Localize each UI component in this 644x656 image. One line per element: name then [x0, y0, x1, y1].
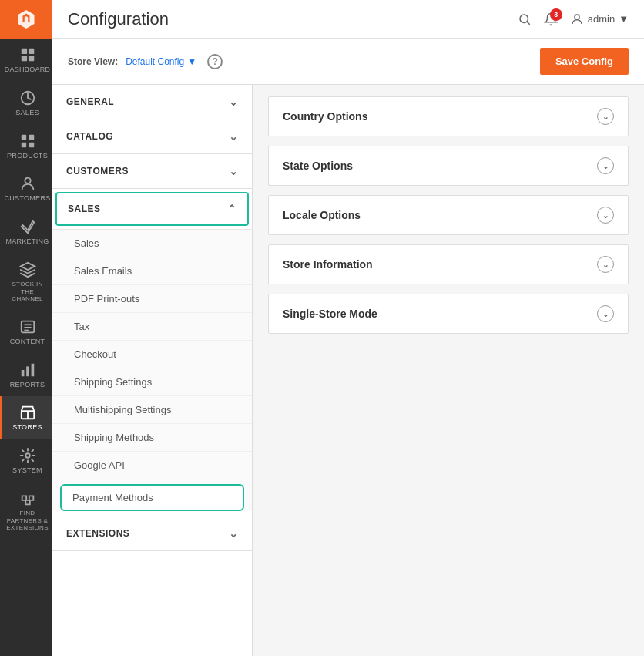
sales-label: SALES	[15, 109, 39, 117]
reports-icon	[19, 362, 36, 378]
admin-user-menu[interactable]: admin ▼	[570, 12, 629, 26]
sales-sub-item-shipping-methods[interactable]: Shipping Methods	[52, 424, 252, 452]
store-view-value: Default Config	[126, 56, 184, 67]
admin-chevron: ▼	[619, 13, 629, 25]
customers-section-header[interactable]: CUSTOMERS ⌄	[52, 154, 252, 188]
stores-icon	[19, 404, 36, 421]
sales-sub-item-multishipping[interactable]: Multishipping Settings	[52, 396, 252, 424]
country-options-toggle[interactable]: ⌄	[597, 108, 614, 125]
system-icon	[19, 447, 36, 464]
partners-label: FIND PARTNERS & EXTENSIONS	[5, 510, 49, 532]
svg-rect-16	[31, 363, 34, 376]
customers-chevron: ⌄	[229, 165, 239, 177]
svg-point-20	[520, 15, 528, 23]
sales-icon	[19, 89, 36, 106]
sidebar-item-stock[interactable]: STOCK IN THE CHANNEL	[0, 254, 52, 311]
single-store-mode-row[interactable]: Single-Store Mode ⌄	[268, 294, 629, 334]
sales-sub-items: Sales Sales Emails PDF Print-outs Tax Ch…	[52, 229, 252, 511]
store-information-toggle[interactable]: ⌄	[597, 256, 614, 273]
sales-sub-item-pdf[interactable]: PDF Print-outs	[52, 285, 252, 313]
svg-rect-15	[26, 366, 29, 376]
sales-sub-item-checkout[interactable]: Checkout	[52, 341, 252, 368]
sales-section-header[interactable]: SALES ⌃	[55, 192, 249, 226]
help-button[interactable]: ?	[207, 54, 223, 69]
store-information-label: Store Information	[283, 258, 373, 271]
locale-options-toggle[interactable]: ⌄	[597, 207, 614, 224]
sales-sub-item-google-api[interactable]: Google API	[52, 452, 252, 479]
marketing-label: MARKETING	[5, 237, 49, 246]
sidebar-navigation: DASHBOARD SALES PRODUCTS CUSTOMERS MARKE…	[0, 0, 52, 656]
store-view-select[interactable]: Default Config ▼	[126, 56, 196, 67]
panel-section-sales: SALES ⌃ Sales Sales Emails PDF Print-out…	[52, 192, 252, 516]
dashboard-icon	[19, 46, 36, 63]
state-options-row[interactable]: State Options ⌄	[268, 146, 629, 186]
stock-label: STOCK IN THE CHANNEL	[5, 281, 49, 303]
notification-button[interactable]: 3	[544, 12, 558, 26]
header-actions: 3 admin ▼	[518, 12, 629, 26]
svg-point-9	[25, 178, 30, 183]
sales-sub-item-sales[interactable]: Sales	[52, 230, 252, 257]
app-logo	[0, 0, 52, 39]
general-chevron: ⌄	[229, 96, 239, 108]
notification-badge: 3	[550, 8, 562, 21]
sidebar-item-reports[interactable]: REPORTS	[0, 354, 52, 397]
country-options-row[interactable]: Country Options ⌄	[268, 96, 629, 136]
products-label: PRODUCTS	[7, 152, 48, 160]
save-config-button[interactable]: Save Config	[540, 48, 629, 75]
extensions-section-header[interactable]: EXTENSIONS ⌄	[52, 516, 252, 550]
customers-label: CUSTOMERS	[4, 194, 50, 203]
top-header: Configuration 3 admin ▼	[52, 0, 644, 39]
extensions-chevron: ⌄	[229, 527, 239, 540]
sidebar-item-system[interactable]: SYSTEM	[0, 439, 52, 483]
sidebar-item-customers[interactable]: CUSTOMERS	[0, 167, 52, 210]
admin-username: admin	[588, 13, 615, 25]
single-store-mode-toggle[interactable]: ⌄	[597, 305, 614, 322]
page-title: Configuration	[68, 9, 169, 29]
partners-icon	[19, 490, 36, 507]
sidebar-item-content[interactable]: CONTENT	[0, 311, 52, 354]
sidebar-item-stores[interactable]: STORES	[0, 396, 52, 439]
sales-sub-item-tax[interactable]: Tax	[52, 313, 252, 341]
stock-icon	[19, 261, 36, 278]
panel-section-customers: CUSTOMERS ⌄	[52, 154, 252, 189]
store-information-row[interactable]: Store Information ⌄	[268, 244, 629, 284]
sidebar-item-dashboard[interactable]: DASHBOARD	[0, 39, 52, 82]
content-icon	[19, 318, 36, 335]
sidebar-item-products[interactable]: PRODUCTS	[0, 125, 52, 168]
stores-label: STORES	[12, 423, 42, 432]
svg-rect-5	[21, 134, 25, 139]
sales-sub-item-emails[interactable]: Sales Emails	[52, 257, 252, 285]
store-view-bar: Store View: Default Config ▼ ? Save Conf…	[52, 39, 644, 85]
svg-rect-8	[29, 142, 33, 146]
svg-point-22	[575, 15, 579, 19]
locale-options-row[interactable]: Locale Options ⌄	[268, 195, 629, 235]
panel-section-general: GENERAL ⌄	[52, 85, 252, 119]
svg-rect-6	[29, 134, 33, 139]
products-icon	[19, 133, 36, 150]
country-options-label: Country Options	[283, 110, 367, 123]
panel-section-catalog: CATALOG ⌄	[52, 119, 252, 154]
locale-options-label: Locale Options	[283, 209, 361, 221]
marketing-icon	[19, 218, 36, 235]
general-section-header[interactable]: GENERAL ⌄	[52, 85, 252, 119]
sidebar-item-partners[interactable]: FIND PARTNERS & EXTENSIONS	[0, 483, 52, 540]
svg-point-19	[25, 453, 30, 458]
single-store-mode-label: Single-Store Mode	[283, 308, 377, 320]
svg-rect-2	[21, 56, 26, 61]
state-options-label: State Options	[283, 160, 353, 172]
sales-sub-item-payment-methods[interactable]: Payment Methods	[60, 484, 244, 511]
sales-chevron: ⌃	[227, 203, 237, 215]
catalog-section-header[interactable]: CATALOG ⌄	[52, 119, 252, 153]
svg-rect-0	[21, 49, 26, 54]
svg-line-21	[527, 22, 529, 24]
sidebar-item-sales[interactable]: SALES	[0, 82, 52, 125]
content-label: CONTENT	[10, 338, 45, 346]
state-options-toggle[interactable]: ⌄	[597, 157, 614, 174]
search-button[interactable]	[518, 12, 532, 26]
customers-icon	[19, 175, 36, 192]
sales-sub-item-shipping-settings[interactable]: Shipping Settings	[52, 368, 252, 396]
content-area: GENERAL ⌄ CATALOG ⌄ CUSTOMERS ⌄	[52, 85, 644, 656]
left-panel: GENERAL ⌄ CATALOG ⌄ CUSTOMERS ⌄	[52, 85, 253, 656]
sidebar-item-marketing[interactable]: MARKETING	[0, 210, 52, 254]
catalog-chevron: ⌄	[229, 130, 239, 143]
